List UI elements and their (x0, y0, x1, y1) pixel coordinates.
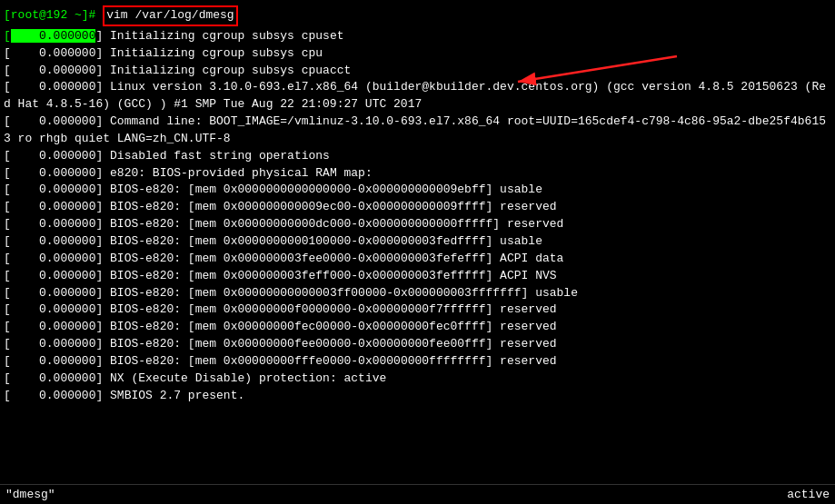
prompt-space (95, 7, 103, 25)
kern-line-2: [ 0.000000] Initializing cgroup subsys c… (4, 45, 831, 63)
kern-line-5: [ 0.000000] Command line: BOOT_IMAGE=/vm… (4, 114, 831, 148)
kern-line-1: [ 0.000000] Initializing cgroup subsys c… (4, 28, 831, 45)
status-mode: active (787, 488, 830, 501)
msg-text: Initializing cgroup subsys cpu (103, 46, 323, 60)
terminal: [root@192 ~]# vim /var/log/dmesg [ 0.000… (0, 0, 835, 504)
kern-line-20: [ 0.000000] SMBIOS 2.7 present. (4, 388, 831, 405)
kern-line-18: [ 0.000000] BIOS-e820: [mem 0x00000000ff… (4, 353, 831, 371)
prompt-user: [root@192 ~]# (4, 7, 95, 25)
kern-line-8: [ 0.000000] BIOS-e820: [mem 0x0000000000… (4, 182, 831, 199)
kern-line-16: [ 0.000000] BIOS-e820: [mem 0x00000000fe… (4, 319, 831, 336)
bracket-icon: [ (4, 29, 11, 43)
kern-line-9: [ 0.000000] BIOS-e820: [mem 0x0000000000… (4, 199, 831, 216)
kern-line-17: [ 0.000000] BIOS-e820: [mem 0x00000000fe… (4, 336, 831, 353)
kern-line-4: [ 0.000000] Linux version 3.10.0-693.el7… (4, 79, 831, 114)
kern-line-6: [ 0.000000] Disabled fast string operati… (4, 148, 831, 165)
kern-line-12: [ 0.000000] BIOS-e820: [mem 0x000000003f… (4, 251, 831, 268)
time-text: 0.000000 (11, 46, 96, 60)
bracket-open: [ (4, 46, 11, 60)
kern-line-11: [ 0.000000] BIOS-e820: [mem 0x0000000000… (4, 233, 831, 251)
time-highlight: 0.000000 (11, 29, 96, 43)
kern-line-19: [ 0.000000] NX (Execute Disable) protect… (4, 371, 831, 388)
status-bar: "dmesg" active (0, 484, 835, 504)
command-box: vim /var/log/dmesg (103, 5, 237, 26)
kern-line-14: [ 0.000000] BIOS-e820: [mem 0x0000000000… (4, 285, 831, 302)
kern-line-3: [ 0.000000] Initializing cgroup subsys c… (4, 63, 831, 80)
msg-text: Initializing cgroup subsys cpuacct (103, 64, 351, 77)
msg-text: Initializing cgroup subsys cpuset (103, 29, 343, 43)
bracket-open: [ (4, 64, 11, 77)
status-filename: "dmesg" (5, 488, 55, 501)
kern-line-15: [ 0.000000] BIOS-e820: [mem 0x00000000f0… (4, 301, 831, 319)
time-text: 0.000000 (11, 64, 96, 77)
kern-line-7: [ 0.000000] e820: BIOS-provided physical… (4, 165, 831, 183)
kern-line-13: [ 0.000000] BIOS-e820: [mem 0x000000003f… (4, 268, 831, 285)
kern-line-10: [ 0.000000] BIOS-e820: [mem 0x0000000000… (4, 216, 831, 233)
prompt-line: [root@192 ~]# vim /var/log/dmesg (4, 5, 831, 26)
